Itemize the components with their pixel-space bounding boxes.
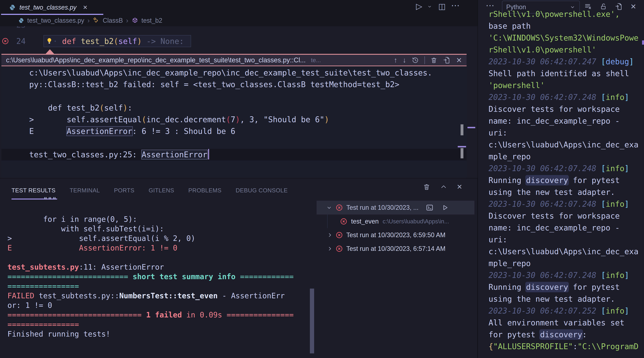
breadcrumb-class[interactable]: ClassB [103, 17, 123, 24]
tab-ports[interactable]: PORTS [114, 187, 134, 194]
tab-label: test_two_classes.py [20, 4, 76, 11]
peek-scrollbar-thumb[interactable] [460, 124, 464, 135]
peek-scrollbar-thumb[interactable] [460, 148, 464, 158]
panel-tab-bar: TEST RESULTS TERMINAL PORTS GITLENS PROB… [12, 186, 288, 195]
output-line: name: inc_dec_example_repo - [488, 222, 644, 234]
split-editor-button[interactable]: ◫ [438, 2, 446, 11]
run-dropdown-chevron-icon[interactable] [427, 4, 432, 9]
chevron-down-icon[interactable] [326, 204, 332, 211]
line-number: 24 [16, 36, 26, 47]
output-line: 'powershell' [488, 79, 644, 91]
editor-more-actions-button[interactable]: ⋯ [451, 0, 460, 10]
output-line: Discover tests for workspace [488, 103, 644, 115]
python-file-icon [18, 18, 24, 23]
test-run-row[interactable]: Test run at 10/30/2023, 6:59:50 AM [316, 228, 474, 242]
code-line-24[interactable]: def test_b2(self) -> None: [62, 36, 184, 47]
output-line: or: 1 != 0 [8, 301, 308, 310]
output-line: ============================== 1 failed … [8, 310, 308, 320]
chevron-right-icon[interactable] [326, 232, 333, 238]
show-output-terminal-icon[interactable] [426, 204, 434, 212]
tab-problems[interactable]: PROBLEMS [188, 187, 222, 194]
test-error-icon [340, 218, 348, 225]
lightbulb-icon[interactable] [46, 37, 53, 45]
output-line: 2023-10-30 06:42:07.247 [debug] [488, 56, 644, 68]
peek-output: c:\Users\luabud\Apps\inc_dec_example_rep… [2, 67, 466, 160]
output-line: c:\Users\luabud\Apps\inc_dec_example_rep… [29, 67, 466, 79]
code-editor[interactable]: 23 == 24 · · def test_b2(self) -> None: … [0, 26, 478, 178]
output-line: 'C:\WINDOWS\System32\WindowsPowe [488, 32, 644, 44]
scrollbar-track [641, 16, 641, 358]
output-line: rShell\v1.0\powershell' [488, 44, 644, 56]
paren-token: ) [137, 37, 142, 46]
output-line: ================ [8, 281, 308, 291]
python-output-log[interactable]: rShell\v1.0\powershell.exe',base path'C:… [488, 8, 644, 356]
tab-close-icon[interactable]: ✕ [83, 4, 88, 11]
keyword-token: def [62, 37, 81, 46]
breadcrumb-file[interactable]: test_two_classes.py [27, 17, 84, 24]
test-run-label[interactable]: Test run at 10/30/2023, 6:57:14 AM [346, 245, 445, 252]
output-line: using the new test adapter. [488, 186, 644, 198]
python-file-icon [9, 4, 16, 11]
output-line: using the new test adapter. [488, 293, 644, 305]
peek-close-icon[interactable]: ✕ [456, 56, 462, 64]
test-run-row[interactable]: Test run at 10/30/2023, 6:57:14 AM [316, 242, 474, 256]
rerun-play-icon[interactable] [441, 204, 449, 212]
history-icon[interactable] [412, 56, 419, 64]
bottom-panel: TEST RESULTS TERMINAL PORTS GITLENS PROB… [0, 178, 478, 358]
output-line: """ [8, 195, 308, 205]
output-line: uri: [488, 127, 644, 139]
peek-failure-message[interactable]: c:\Users\luabud\Apps\inc_dec_example_rep… [2, 66, 466, 178]
test-error-icon [335, 204, 343, 212]
paren-token: ( [114, 37, 118, 46]
tab-terminal[interactable]: TERMINAL [70, 187, 100, 194]
output-panel: ⋯ Python ✕ rShell\v1.0\powershell.exe',b… [478, 0, 644, 358]
method-symbol-icon [132, 17, 138, 24]
output-line: > self.assertEqual(inc_dec.decrement(7),… [29, 114, 466, 125]
test-run-label[interactable]: Test run at 10/30/2023, ... [346, 204, 418, 211]
panel-scrollbar[interactable] [310, 289, 314, 353]
output-line [29, 90, 466, 102]
next-result-button[interactable]: ↓ [402, 56, 406, 64]
previous-result-button[interactable]: ↑ [394, 56, 397, 64]
tab-test-results[interactable]: TEST RESULTS [12, 187, 56, 194]
output-line: ================ [8, 320, 308, 329]
test-file-path: c:\Users\luabud\Apps\in... [382, 218, 449, 225]
output-line [8, 253, 308, 262]
peek-arrow-notch [46, 49, 54, 54]
peek-view-header: c:\Users\luabud\Apps\inc_dec_example_rep… [2, 54, 466, 66]
peek-title-path[interactable]: c:\Users\luabud\Apps\inc_dec_example_rep… [6, 56, 306, 64]
output-scrollbar-marker[interactable] [642, 40, 644, 45]
test-results-output[interactable]: """ for i in range(0, 5): with self.subT… [8, 195, 308, 339]
chevron-right-icon[interactable] [326, 245, 333, 252]
test-run-label[interactable]: Test run at 10/30/2023, 6:59:50 AM [346, 231, 445, 239]
class-symbol-icon [93, 17, 100, 24]
test-run-row-current[interactable]: Test run at 10/30/2023, ... [316, 201, 474, 215]
clipped-line-number: 23 [16, 26, 26, 31]
output-line: 2023-10-30 06:42:07.248 [info] [488, 269, 644, 281]
output-line: test_two_classes.py:25: AssertionError [2, 149, 466, 160]
clipped-code-fragment: == [50, 26, 60, 31]
tab-gitlens[interactable]: GITLENS [148, 187, 174, 194]
output-line: c:\Users\luabud\Apps\inc_dec_exa [488, 139, 644, 150]
test-name-label[interactable]: test_even [351, 218, 379, 225]
output-line: 2023-10-30 06:42:07.252 [info] [488, 305, 644, 317]
output-line: Running discovery for pytest [488, 174, 644, 186]
tab-test-two-classes[interactable]: test_two_classes.py ✕ [1, 0, 103, 15]
output-line: {"ALLUSERSPROFILE":"C:\\ProgramD [488, 340, 644, 352]
gutter-error-icon [2, 37, 9, 45]
open-in-editor-icon[interactable] [443, 56, 451, 64]
test-run-row-child[interactable]: test_even c:\Users\luabud\Apps\in... [316, 215, 474, 228]
breadcrumb-method[interactable]: test_b2 [142, 17, 162, 24]
inlay-hint: -> None: [142, 37, 184, 46]
output-line: for i in range(0, 5): [8, 215, 308, 224]
trash-icon[interactable] [430, 57, 438, 64]
output-line: with self.subTest(i=i): [8, 224, 308, 234]
test-run-tree: Test run at 10/30/2023, ... test_even c:… [316, 178, 476, 358]
overview-ruler-marker [468, 127, 475, 128]
output-line: 2023-10-30 06:42:07.248 [info] [488, 198, 644, 210]
output-line: mple_repo [488, 150, 644, 162]
test-error-icon [335, 245, 343, 253]
output-line: name: inc_dec_example_repo - [488, 115, 644, 127]
tab-debug-console[interactable]: DEBUG CONSOLE [236, 187, 288, 194]
run-python-file-button[interactable]: ▷ [416, 2, 422, 11]
